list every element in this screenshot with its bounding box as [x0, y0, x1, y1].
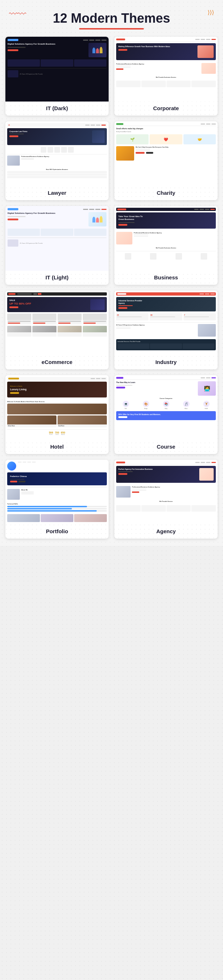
ind-stat-num-2: 98 [150, 314, 181, 316]
hotel-room-img-2 [57, 415, 107, 425]
theme-card-agency[interactable]: Perfect Agency For Innovative Business P… [114, 460, 218, 539]
charity-nav-link-2 [206, 124, 210, 124]
ec-watch-img-2 [32, 326, 57, 332]
ec-banner: SALE UP TO 80% OFF [7, 297, 107, 312]
course-cat-icon-5: 🏋️ [203, 401, 210, 407]
lawyer-nav-link [85, 124, 90, 126]
port-photo-3 [74, 514, 107, 522]
lawyer-faq-item-2 [7, 173, 107, 176]
ec-search [17, 293, 32, 295]
charity-learn-btn [146, 152, 153, 154]
ec-product-title-4 [84, 321, 106, 322]
ec-watch-1 [7, 326, 31, 337]
port-about-line-2 [21, 493, 34, 493]
port-hero-title: Federico Chiesa [10, 475, 104, 478]
course-cat-label-3: Study [163, 408, 169, 409]
hotel-room-info-2: Suite Room [57, 425, 107, 427]
ind-section-text: 25 Years Of Experience Guidance Agency [116, 324, 196, 337]
port-skill-bar-bg-1 [7, 506, 107, 507]
it-light-hero-image [89, 212, 106, 226]
charity-cards: 🌱 ❤️ 🤝 [116, 134, 216, 144]
ec-product-price-4 [84, 323, 96, 324]
lawyer-icon-1 [41, 147, 46, 153]
port-about-img [7, 489, 20, 500]
theme-card-corporate[interactable]: Making Difference Growth Your Business W… [114, 37, 218, 116]
ec-product-1 [7, 313, 31, 325]
ec-watch-img-1 [7, 326, 31, 332]
theme-card-portfolio[interactable]: Federico Chiesa About Me [5, 460, 109, 539]
theme-card-industry[interactable]: Industrial Services Provider Agency 25 9… [114, 291, 218, 369]
ec-navbar [7, 292, 107, 296]
lawyer-icon-3 [54, 147, 60, 153]
it-light-figures [92, 216, 103, 223]
lawyer-section-line-2 [21, 159, 34, 160]
theme-card-charity[interactable]: Small efforts make big changes Every Goo… [114, 121, 218, 200]
charity-icon-3: 🤝 [198, 138, 202, 142]
lawyer-hero-title: Corporate Law Firms [9, 130, 90, 133]
lawyer-faq: Best SEO Optimization Answers [7, 169, 107, 178]
ec-product-4 [83, 313, 107, 325]
agency-service-3 [166, 505, 191, 512]
it-dark-footer-img [8, 70, 18, 77]
ind-service-1 [118, 344, 149, 349]
it-dark-footer: 25 Years Of Experience We Provide [8, 68, 106, 77]
ind-stat-num-1: 25 [117, 314, 148, 316]
ec-watch-img-4 [83, 326, 107, 332]
theme-card-it-dark[interactable]: Digital Solutions Agency For Growth Busi… [5, 37, 109, 116]
theme-card-lawyer[interactable]: ⚖ Corporate Law Firms [5, 121, 109, 200]
charity-navbar [116, 123, 216, 126]
ec-banner-btn [9, 306, 18, 308]
ec-banner-sub: UP TO 80% OFF [9, 302, 89, 305]
lawyer-logo: ⚖ [8, 124, 10, 126]
course-promo: 50% Offer for Very First 50 Students and… [116, 411, 216, 420]
ec-watch-2 [32, 326, 57, 337]
charity-card-3: 🤝 [183, 134, 216, 144]
lawyer-section-img [7, 156, 20, 165]
charity-card-2: ❤️ [150, 134, 182, 144]
theme-card-hotel[interactable]: Welcome to Hotela Luxury Living Welcome … [5, 375, 109, 454]
charity-section-title: We Can't Help Everyone But Everyone Can … [136, 146, 216, 148]
corp-nav-link [201, 39, 205, 40]
theme-label-it-dark: IT (Dark) [5, 102, 109, 116]
it-light-footer-img [8, 239, 18, 247]
biz-services-title: We Provide Exclusive Service [116, 247, 216, 249]
course-logo [116, 377, 123, 379]
biz-nav-link-2 [199, 209, 204, 210]
hotel-stat-label-3: Awards [61, 434, 65, 435]
corp-service-2 [141, 81, 166, 87]
corp-section: Professional Business Guidance Agency [116, 62, 216, 75]
corp-service-3 [166, 81, 191, 87]
ind-stat-label-1 [117, 317, 142, 317]
agency-services-title: We Provide Service [116, 500, 216, 502]
agency-section-btn [132, 492, 139, 493]
ind-hero-btn [118, 307, 127, 309]
it-dark-nav-link [95, 40, 100, 41]
ec-watches [7, 326, 107, 337]
course-hero-person-icon: 👩‍💻 [204, 386, 210, 391]
course-promo-title: 50% Offer for Very First 50 Students and… [118, 413, 214, 415]
ind-service-2 [150, 344, 182, 349]
ind-services-dark: Industrial Services That We Provide [116, 339, 216, 350]
theme-label-lawyer: Lawyer [5, 186, 109, 200]
theme-card-business[interactable]: Take Your Great Idea To Great Business P… [114, 206, 218, 285]
theme-card-ecommerce[interactable]: SALE UP TO 80% OFF [5, 291, 109, 369]
ind-section-line-1 [116, 326, 131, 327]
theme-card-it-light[interactable]: Digital Solutions Agency For Growth Busi… [5, 206, 109, 285]
it-light-footer: 25 Years Of Experience We Provide [8, 238, 106, 247]
ec-banner-text: SALE UP TO 80% OFF [9, 299, 89, 310]
port-skill-bar-1 [7, 506, 87, 507]
hotel-stat-label-1: Rooms [49, 434, 53, 435]
it-dark-service-3 [74, 59, 106, 67]
charity-cards-title: Every Good Act Counts [116, 131, 216, 132]
port-nav-link-1 [18, 461, 22, 463]
hotel-room-title-2: Suite Room [58, 425, 106, 426]
it-light-figure-3 [100, 216, 103, 223]
it-dark-service-1 [8, 59, 40, 67]
theme-card-course[interactable]: The New Way to Learn 👩‍💻 Course Categori… [114, 375, 218, 454]
it-dark-services [8, 59, 106, 67]
ind-section-title: 25 Years Of Experience Guidance Agency [116, 324, 196, 326]
lawyer-navbar: ⚖ [7, 123, 107, 127]
port-skill-bar-bg-2 [7, 508, 107, 509]
lawyer-nav-link-3 [96, 124, 100, 126]
agency-service-1 [116, 505, 141, 512]
